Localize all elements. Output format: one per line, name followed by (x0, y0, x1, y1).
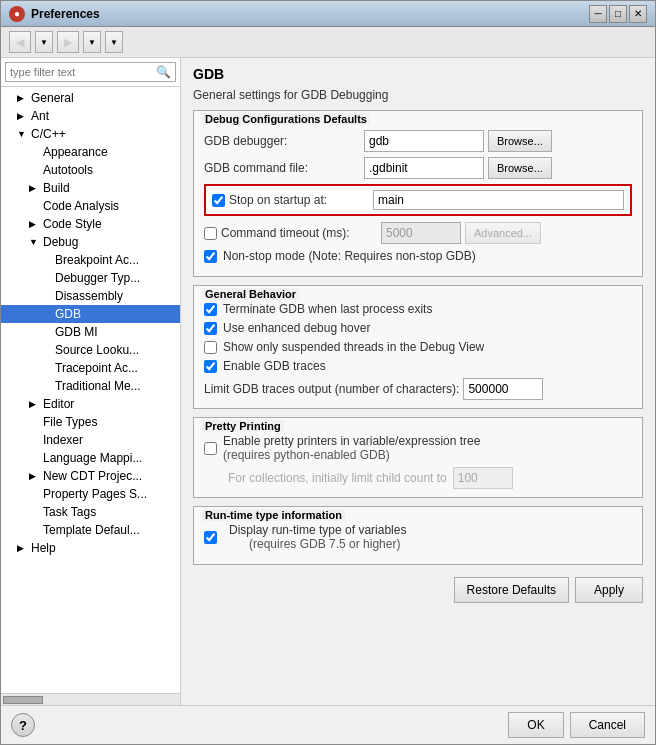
forward-dropdown[interactable]: ▼ (83, 31, 101, 53)
filter-input[interactable] (10, 66, 156, 78)
sidebar-item-debug[interactable]: ▼ Debug (1, 233, 180, 251)
sidebar-item-label: General (31, 91, 74, 105)
timeout-row: Command timeout (ms): Advanced... (204, 222, 632, 244)
nonstop-label: Non-stop mode (Note: Requires non-stop G… (223, 249, 476, 263)
collections-row: For collections, initially limit child c… (228, 467, 632, 489)
terminate-checkbox[interactable] (204, 303, 217, 316)
maximize-button[interactable]: □ (609, 5, 627, 23)
browse-command-button[interactable]: Browse... (488, 157, 552, 179)
sidebar-item-task-tags[interactable]: Task Tags (1, 503, 180, 521)
apply-button[interactable]: Apply (575, 577, 643, 603)
page-title: GDB (193, 66, 643, 82)
sidebar-item-traditional-memory[interactable]: Traditional Me... (1, 377, 180, 395)
history-dropdown[interactable]: ▼ (105, 31, 123, 53)
expand-icon: ▶ (17, 543, 29, 553)
timeout-checkbox[interactable] (204, 227, 217, 240)
pretty-printing-group: Pretty Printing Enable pretty printers i… (193, 417, 643, 498)
restore-defaults-button[interactable]: Restore Defaults (454, 577, 569, 603)
sidebar-item-label: Appearance (43, 145, 108, 159)
sidebar-item-appearance[interactable]: Appearance (1, 143, 180, 161)
gdb-debugger-input[interactable] (364, 130, 484, 152)
close-button[interactable]: ✕ (629, 5, 647, 23)
pretty-printers-checkbox[interactable] (204, 442, 217, 455)
sidebar-item-build[interactable]: ▶ Build (1, 179, 180, 197)
filter-input-wrap[interactable]: 🔍 (5, 62, 176, 82)
sidebar-item-property-pages[interactable]: Property Pages S... (1, 485, 180, 503)
dialog-buttons: ? OK Cancel (1, 705, 655, 744)
enable-traces-label: Enable GDB traces (223, 359, 326, 373)
general-behavior-title: General Behavior (202, 288, 299, 300)
back-dropdown[interactable]: ▼ (35, 31, 53, 53)
timeout-label: Command timeout (ms): (221, 226, 381, 240)
sidebar-item-breakpoint-actions[interactable]: Breakpoint Ac... (1, 251, 180, 269)
sidebar-item-code-analysis[interactable]: Code Analysis (1, 197, 180, 215)
stop-startup-label: Stop on startup at: (229, 193, 369, 207)
sidebar-item-language-mappings[interactable]: Language Mappi... (1, 449, 180, 467)
restore-apply-bar: Restore Defaults Apply (193, 577, 643, 603)
sidebar-item-label: Language Mappi... (43, 451, 142, 465)
minimize-button[interactable]: ─ (589, 5, 607, 23)
expand-icon: ▶ (29, 399, 41, 409)
advanced-button[interactable]: Advanced... (465, 222, 541, 244)
sidebar-item-label: Autotools (43, 163, 93, 177)
debug-defaults-group: Debug Configurations Defaults GDB debugg… (193, 110, 643, 277)
cancel-button[interactable]: Cancel (570, 712, 645, 738)
ok-button[interactable]: OK (508, 712, 563, 738)
content-area: 🔍 ▶ General ▶ Ant ▼ C/C++ (1, 58, 655, 705)
show-suspended-checkbox[interactable] (204, 341, 217, 354)
trace-limit-input[interactable] (463, 378, 543, 400)
pretty-printers-label: Enable pretty printers in variable/expre… (223, 434, 480, 462)
filter-icon: 🔍 (156, 65, 171, 79)
sidebar-item-ant[interactable]: ▶ Ant (1, 107, 180, 125)
sidebar-item-tracepoint[interactable]: Tracepoint Ac... (1, 359, 180, 377)
sidebar-item-autotools[interactable]: Autotools (1, 161, 180, 179)
trace-limit-row: Limit GDB traces output (number of chara… (204, 378, 632, 400)
timeout-input[interactable] (381, 222, 461, 244)
show-suspended-label: Show only suspended threads in the Debug… (223, 340, 484, 354)
sidebar-item-source-lookup[interactable]: Source Looku... (1, 341, 180, 359)
sidebar-item-new-cdt-project[interactable]: ▶ New CDT Projec... (1, 467, 180, 485)
stop-startup-input[interactable] (373, 190, 624, 210)
sidebar-item-gdb-mi[interactable]: GDB MI (1, 323, 180, 341)
sidebar-item-gdb[interactable]: GDB (1, 305, 180, 323)
pretty-content: Enable pretty printers in variable/expre… (194, 434, 642, 497)
enhanced-hover-label: Use enhanced debug hover (223, 321, 370, 335)
sidebar-item-template-defaults[interactable]: Template Defaul... (1, 521, 180, 539)
runtime-group: Run-time type information Display run-ti… (193, 506, 643, 565)
sidebar-item-label: GDB (55, 307, 81, 321)
sidebar-item-file-types[interactable]: File Types (1, 413, 180, 431)
browse-debugger-button[interactable]: Browse... (488, 130, 552, 152)
debug-defaults-title: Debug Configurations Defaults (202, 113, 370, 125)
sidebar: 🔍 ▶ General ▶ Ant ▼ C/C++ (1, 58, 181, 705)
sidebar-item-code-style[interactable]: ▶ Code Style (1, 215, 180, 233)
sidebar-scrollbar[interactable] (1, 693, 180, 705)
terminate-row: Terminate GDB when last process exits (204, 302, 632, 316)
sidebar-item-help[interactable]: ▶ Help (1, 539, 180, 557)
nonstop-checkbox[interactable] (204, 250, 217, 263)
sidebar-item-label: Build (43, 181, 70, 195)
enable-traces-checkbox[interactable] (204, 360, 217, 373)
gdb-command-input[interactable] (364, 157, 484, 179)
sidebar-item-cpp[interactable]: ▼ C/C++ (1, 125, 180, 143)
sidebar-item-editor[interactable]: ▶ Editor (1, 395, 180, 413)
sidebar-item-label: Disassembly (55, 289, 123, 303)
sidebar-item-debugger-types[interactable]: Debugger Typ... (1, 269, 180, 287)
forward-button[interactable]: ▶ (57, 31, 79, 53)
collections-input[interactable] (453, 467, 513, 489)
sidebar-item-label: Help (31, 541, 56, 555)
preferences-window: ● Preferences ─ □ ✕ ◀ ▼ ▶ ▼ ▼ 🔍 (0, 0, 656, 745)
back-button[interactable]: ◀ (9, 31, 31, 53)
scroll-thumb[interactable] (3, 696, 43, 704)
sidebar-item-label: Tracepoint Ac... (55, 361, 138, 375)
expand-icon: ▶ (17, 111, 29, 121)
sidebar-item-indexer[interactable]: Indexer (1, 431, 180, 449)
help-button[interactable]: ? (11, 713, 35, 737)
sidebar-item-disassembly[interactable]: Disassembly (1, 287, 180, 305)
runtime-checkbox[interactable] (204, 531, 217, 544)
window-icon: ● (9, 6, 25, 22)
sidebar-item-general[interactable]: ▶ General (1, 89, 180, 107)
stop-startup-checkbox[interactable] (212, 194, 225, 207)
enhanced-hover-checkbox[interactable] (204, 322, 217, 335)
sidebar-item-label: Breakpoint Ac... (55, 253, 139, 267)
collections-label: For collections, initially limit child c… (228, 471, 447, 485)
